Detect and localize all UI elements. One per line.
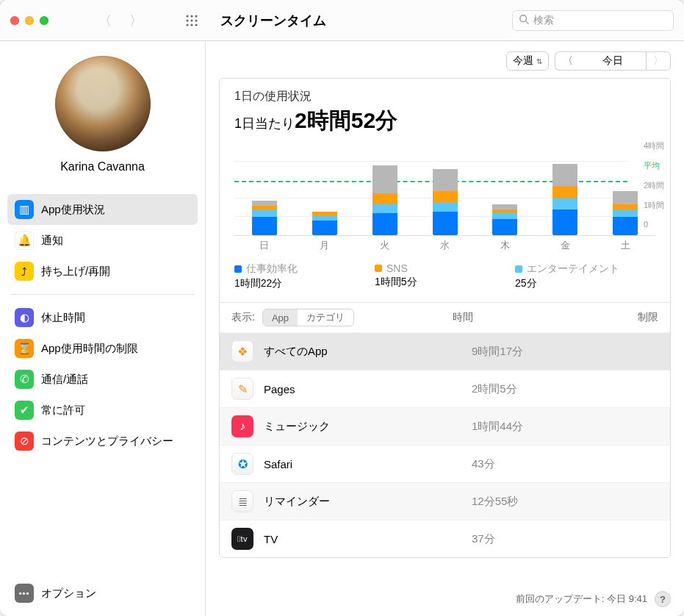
app-time: 37分 [472, 532, 604, 546]
chart-xlabel: 水 [440, 239, 450, 252]
usage-card: 1日の使用状況 1日当たり2時間52分 4時間平均2時間1時間0 日月火水木金土… [219, 78, 671, 558]
nav-back-icon[interactable]: 〈 [98, 12, 112, 29]
period-next-button[interactable]: 〉 [646, 51, 671, 71]
footer: 前回のアップデート: 今日 9:41 ? [206, 576, 684, 616]
search-icon [519, 14, 529, 26]
svg-line-10 [526, 21, 529, 24]
sidebar-item-notif[interactable]: 🔔通知 [7, 225, 198, 256]
view-segmented-control: Appカテゴリ [262, 309, 354, 326]
minimize-window-icon[interactable] [25, 16, 34, 25]
titlebar: 〈 〉 スクリーンタイム 検索 [0, 0, 684, 41]
last-update-label: 前回のアップデート: 今日 9:41 [516, 592, 647, 606]
period-range-select[interactable]: 今週 ⇅ [506, 51, 549, 71]
options-button[interactable]: ••• オプション [7, 578, 198, 609]
sidebar-item-label: App使用状況 [41, 203, 105, 217]
chart-bar-1[interactable] [295, 212, 355, 236]
notif-icon: 🔔 [15, 231, 34, 250]
chart-bar-0[interactable] [234, 201, 295, 236]
legend-time: 25分 [515, 277, 655, 290]
music-app-icon: ♪ [231, 415, 253, 437]
usage-icon: ▥ [15, 200, 34, 219]
chart-bar-4[interactable] [475, 204, 535, 236]
usage-chart: 4時間平均2時間1時間0 日月火水木金土 [220, 140, 670, 258]
legend-item: 仕事効率化1時間22分 [234, 262, 375, 290]
svg-point-7 [190, 24, 192, 26]
svg-point-5 [195, 19, 197, 21]
window-title: スクリーンタイム [220, 12, 326, 29]
svg-point-6 [186, 24, 188, 26]
app-row-pages[interactable]: ✎Pages2時間5分 [220, 370, 670, 407]
app-row-all[interactable]: ❖すべてのApp9時間17分 [220, 332, 670, 370]
period-bar: 今週 ⇅ 〈 今日 〉 [206, 41, 684, 78]
search-placeholder: 検索 [533, 14, 554, 27]
app-row-music[interactable]: ♪ミュージック1時間44分 [220, 407, 670, 445]
chart-ylabel: 4時間 [644, 140, 670, 151]
options-icon: ••• [15, 584, 34, 603]
svg-point-1 [190, 15, 192, 17]
svg-point-3 [186, 19, 188, 21]
list-header: 表示: Appカテゴリ 時間 制限 [220, 302, 670, 332]
legend-label: SNS [386, 262, 408, 274]
chart-xlabel: 日 [259, 239, 269, 252]
app-name: TV [264, 533, 461, 545]
chart-bar-3[interactable] [415, 169, 475, 235]
chart-bar-2[interactable] [355, 165, 415, 235]
usage-title: 1日の使用状況 [234, 89, 655, 104]
all-app-icon: ❖ [231, 340, 253, 362]
period-range-label: 今週 [513, 54, 533, 68]
app-time: 9時間17分 [472, 345, 604, 359]
help-button[interactable]: ? [655, 591, 671, 607]
app-row-tv[interactable]: tvTV37分 [220, 520, 670, 557]
sidebar-item-label: App使用時間の制限 [41, 342, 138, 356]
downtime-icon: ◐ [15, 308, 34, 327]
legend-swatch [375, 265, 382, 272]
tv-app-icon: tv [231, 528, 253, 550]
app-name: Safari [264, 458, 461, 470]
comm-icon: ✆ [15, 370, 34, 389]
sidebar-item-label: 休止時間 [41, 311, 85, 325]
app-time: 43分 [472, 457, 604, 471]
legend-swatch [515, 265, 522, 273]
sidebar-item-usage[interactable]: ▥App使用状況 [7, 194, 198, 225]
legend-time: 1時間5分 [375, 276, 515, 289]
app-name: リマインダー [264, 495, 461, 509]
app-row-rem[interactable]: ≣リマインダー12分55秒 [220, 482, 670, 520]
chart-bar-5[interactable] [535, 164, 595, 236]
period-today-button[interactable]: 今日 [580, 51, 646, 71]
user-avatar[interactable] [55, 56, 151, 151]
sidebar-item-label: 通知 [41, 234, 63, 248]
all-preferences-icon[interactable] [185, 14, 198, 27]
sidebar-separator [10, 294, 195, 295]
view-option-カテゴリ[interactable]: カテゴリ [298, 309, 353, 326]
limits-icon: ⌛ [15, 339, 34, 358]
period-prev-button[interactable]: 〈 [555, 51, 580, 71]
options-label: オプション [41, 587, 96, 601]
app-row-safari[interactable]: ✪Safari43分 [220, 445, 670, 482]
col-limit-header: 制限 [592, 311, 658, 324]
nav-forward-icon[interactable]: 〉 [129, 12, 143, 29]
legend-label: 仕事効率化 [246, 262, 298, 276]
app-time: 12分55秒 [472, 495, 604, 509]
sidebar-item-comm[interactable]: ✆通信/通話 [7, 364, 198, 395]
svg-point-0 [186, 15, 188, 17]
sidebar-item-allow[interactable]: ✔常に許可 [7, 395, 198, 426]
chart-ylabel: 0 [644, 220, 670, 229]
sidebar-item-pickup[interactable]: ⤴持ち上げ/再開 [7, 256, 198, 287]
col-time-header: 時間 [453, 311, 585, 324]
view-option-app[interactable]: App [263, 309, 298, 326]
close-window-icon[interactable] [10, 16, 19, 25]
usage-avg-value: 2時間52分 [295, 108, 397, 132]
zoom-window-icon[interactable] [40, 16, 48, 25]
safari-app-icon: ✪ [231, 453, 253, 475]
pickup-icon: ⤴ [15, 262, 34, 281]
app-time: 1時間44分 [472, 420, 604, 434]
sidebar-item-content[interactable]: ⊘コンテンツとプライバシー [7, 426, 198, 456]
rem-app-icon: ≣ [231, 490, 253, 512]
sidebar-item-limits[interactable]: ⌛App使用時間の制限 [7, 333, 198, 364]
svg-point-8 [195, 24, 197, 26]
chart-ylabel: 平均 [644, 160, 670, 171]
traffic-lights [10, 16, 48, 25]
sidebar-item-downtime[interactable]: ◐休止時間 [7, 302, 198, 333]
chart-legend: 仕事効率化1時間22分SNS1時間5分エンターテイメント25分 [220, 258, 670, 302]
search-field[interactable]: 検索 [512, 10, 674, 31]
